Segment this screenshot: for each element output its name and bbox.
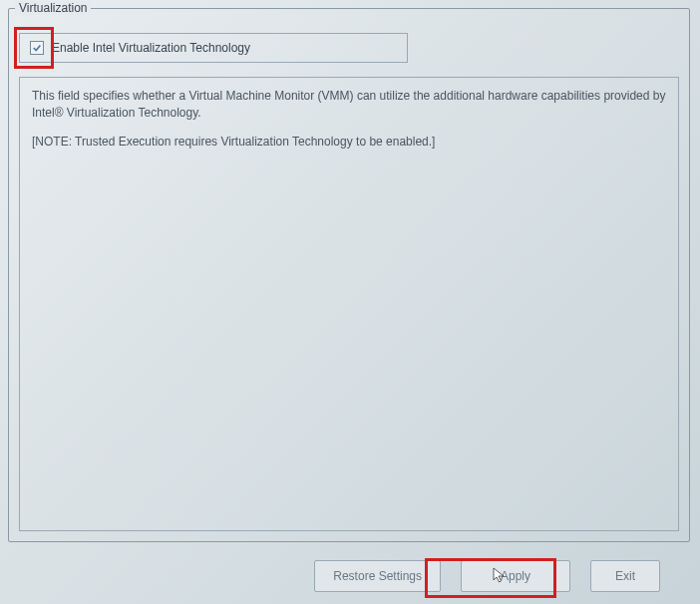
description-note: [NOTE: Trusted Execution requires Virtua…: [32, 134, 666, 151]
button-bar: Restore Settings Apply Exit: [314, 560, 660, 592]
description-text: This field specifies whether a Virtual M…: [32, 88, 666, 122]
enable-vt-row[interactable]: Enable Intel Virtualization Technology: [19, 33, 408, 63]
enable-vt-checkbox[interactable]: [30, 41, 44, 55]
description-panel: This field specifies whether a Virtual M…: [19, 77, 679, 531]
check-icon: [32, 43, 42, 53]
restore-settings-button[interactable]: Restore Settings: [314, 560, 441, 592]
fieldset-legend: Virtualization: [15, 1, 91, 15]
apply-button[interactable]: Apply: [461, 560, 570, 592]
exit-button[interactable]: Exit: [590, 560, 660, 592]
enable-vt-label: Enable Intel Virtualization Technology: [52, 41, 250, 55]
virtualization-fieldset: Virtualization Enable Intel Virtualizati…: [8, 8, 690, 542]
